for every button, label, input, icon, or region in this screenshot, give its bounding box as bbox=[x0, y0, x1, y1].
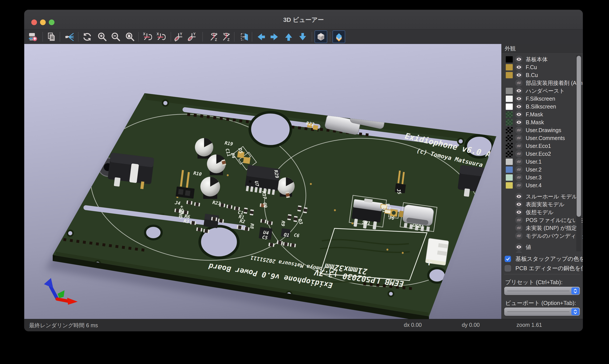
orthographic-toggle[interactable] bbox=[315, 30, 327, 43]
layer-row[interactable]: 部品実装用接着剤 (Adhesive) bbox=[502, 79, 583, 87]
layer-color-swatch[interactable] bbox=[506, 88, 513, 94]
visibility-eye-icon[interactable] bbox=[515, 243, 523, 251]
layer-row[interactable]: User.3 bbox=[502, 173, 583, 181]
visibility-eye-off-icon[interactable] bbox=[515, 150, 523, 157]
combobox-stepper-icon[interactable] bbox=[571, 308, 579, 315]
visibility-eye-off-icon[interactable] bbox=[515, 126, 523, 134]
layer-row[interactable]: User.Comments bbox=[502, 134, 583, 142]
visibility-eye-icon[interactable] bbox=[515, 201, 523, 208]
layer-row[interactable]: B.Mask bbox=[502, 118, 583, 126]
3d-viewport[interactable]: Exidiophone v6.0 Audio Board(c) Tomoya M… bbox=[24, 44, 501, 320]
toolbar-separator bbox=[312, 32, 312, 41]
layer-color-swatch[interactable] bbox=[506, 72, 513, 78]
layer-label: F.Mask bbox=[526, 111, 543, 118]
layer-row[interactable]: User.Eco2 bbox=[502, 150, 583, 158]
layer-color-swatch[interactable] bbox=[506, 182, 513, 189]
visibility-eye-off-icon[interactable] bbox=[515, 158, 523, 165]
layer-row[interactable]: B.Silkscreen bbox=[502, 103, 583, 110]
visibility-eye-icon[interactable] bbox=[515, 56, 523, 63]
layer-row[interactable]: 仮想モデル bbox=[502, 208, 583, 216]
layer-row[interactable]: スルーホール モデル bbox=[502, 193, 583, 200]
checkbox-checked[interactable] bbox=[505, 256, 511, 262]
viewport-combobox[interactable] bbox=[504, 308, 580, 316]
zoom-to-fit-button[interactable] bbox=[124, 31, 136, 43]
rotate-x-cw-button[interactable]: X bbox=[141, 31, 153, 43]
use-stackup-colors-row[interactable]: 基板スタックアップの色を使用 bbox=[505, 255, 583, 263]
visibility-eye-off-icon[interactable] bbox=[515, 79, 523, 87]
layer-row[interactable]: ハンダペースト bbox=[502, 87, 583, 95]
visibility-eye-icon[interactable] bbox=[515, 71, 523, 79]
layer-color-swatch[interactable] bbox=[506, 111, 513, 118]
layer-row[interactable]: User.Drawings bbox=[502, 126, 583, 134]
combobox-stepper-icon[interactable] bbox=[571, 287, 579, 294]
visibility-eye-off-icon[interactable] bbox=[515, 174, 523, 181]
raytracing-button[interactable] bbox=[64, 31, 75, 43]
flip-board-button[interactable] bbox=[238, 31, 250, 43]
refdes-text: R8 bbox=[249, 223, 255, 229]
move-up-button[interactable] bbox=[283, 31, 294, 43]
visibility-eye-icon[interactable] bbox=[515, 87, 523, 94]
visibility-eye-icon[interactable] bbox=[515, 103, 523, 110]
layer-color-swatch[interactable] bbox=[506, 135, 513, 141]
layer-row[interactable]: F.Cu bbox=[502, 63, 583, 71]
visibility-eye-off-icon[interactable] bbox=[515, 166, 523, 173]
zoom-out-button[interactable] bbox=[110, 31, 122, 43]
layer-color-swatch[interactable] bbox=[506, 167, 513, 173]
use-pcb-copper-colors-row[interactable]: PCB エディターの銅色を使用 bbox=[505, 264, 583, 272]
layer-row[interactable]: F.Mask bbox=[502, 110, 583, 118]
layer-color-swatch[interactable] bbox=[506, 151, 513, 157]
rotate-z-cw-button[interactable]: Z bbox=[208, 31, 220, 43]
visibility-eye-icon[interactable] bbox=[515, 111, 523, 118]
rotate-y-ccw-button[interactable]: Y bbox=[186, 31, 198, 43]
layer-row[interactable]: 値 bbox=[502, 243, 583, 251]
layer-row[interactable]: User.4 bbox=[502, 181, 583, 189]
visibility-eye-off-icon[interactable] bbox=[515, 182, 523, 189]
zoom-in-button[interactable] bbox=[96, 31, 108, 43]
visibility-eye-off-icon[interactable] bbox=[515, 224, 523, 232]
move-left-button[interactable] bbox=[255, 31, 267, 43]
preset-combobox[interactable] bbox=[504, 287, 580, 295]
visibility-eye-off-icon[interactable] bbox=[515, 232, 523, 240]
visibility-eye-icon[interactable] bbox=[515, 64, 523, 71]
visibility-eye-icon[interactable] bbox=[515, 251, 523, 253]
layer-row[interactable]: POS ファイルにないモデル bbox=[502, 216, 583, 224]
layer-row[interactable]: B.Cu bbox=[502, 71, 583, 79]
layer-row[interactable]: 未実装 (DNP) が指定されたモデル bbox=[502, 224, 583, 232]
rotate-z-ccw-button[interactable]: Z bbox=[220, 31, 232, 43]
scrollbar-track[interactable] bbox=[576, 55, 582, 251]
layer-row[interactable]: モデルのバウンディングボックス bbox=[502, 232, 583, 240]
visibility-eye-off-icon[interactable] bbox=[515, 216, 523, 224]
layer-row[interactable]: User.1 bbox=[502, 158, 583, 166]
layer-color-swatch[interactable] bbox=[506, 143, 513, 149]
rotate-x-ccw-button[interactable]: X bbox=[155, 31, 166, 43]
layer-color-swatch[interactable] bbox=[506, 174, 513, 181]
layer-color-swatch[interactable] bbox=[506, 127, 513, 133]
layer-color-swatch[interactable] bbox=[506, 96, 513, 102]
checkbox-unchecked[interactable] bbox=[505, 265, 511, 272]
appearance-manager-toggle[interactable] bbox=[333, 30, 345, 43]
export-image-button[interactable] bbox=[27, 31, 39, 43]
layer-row[interactable]: 表面実装モデル bbox=[502, 200, 583, 208]
layer-row-partial[interactable] bbox=[502, 251, 583, 253]
visibility-eye-off-icon[interactable] bbox=[515, 134, 523, 142]
copy-image-button[interactable] bbox=[46, 31, 57, 43]
layer-color-swatch[interactable] bbox=[506, 56, 513, 63]
layer-color-swatch[interactable] bbox=[506, 119, 513, 126]
layer-color-swatch[interactable] bbox=[506, 159, 513, 165]
scrollbar-thumb[interactable] bbox=[577, 56, 581, 217]
visibility-eye-icon[interactable] bbox=[515, 118, 523, 126]
layer-row[interactable]: User.2 bbox=[502, 166, 583, 173]
rotate-y-cw-button[interactable]: Y bbox=[173, 31, 184, 43]
layer-color-swatch[interactable] bbox=[506, 64, 513, 70]
redraw-button[interactable] bbox=[81, 31, 93, 43]
layer-row[interactable]: F.Silkscreen bbox=[502, 95, 583, 103]
visibility-eye-icon[interactable] bbox=[515, 208, 523, 216]
visibility-eye-off-icon[interactable] bbox=[515, 142, 523, 150]
visibility-eye-icon[interactable] bbox=[515, 95, 523, 102]
visibility-eye-icon[interactable] bbox=[515, 193, 523, 200]
move-down-button[interactable] bbox=[297, 31, 309, 43]
layer-row[interactable]: User.Eco1 bbox=[502, 142, 583, 150]
layer-color-swatch[interactable] bbox=[506, 104, 513, 110]
layer-row[interactable]: 基板本体 bbox=[502, 55, 583, 63]
move-right-button[interactable] bbox=[268, 31, 280, 43]
